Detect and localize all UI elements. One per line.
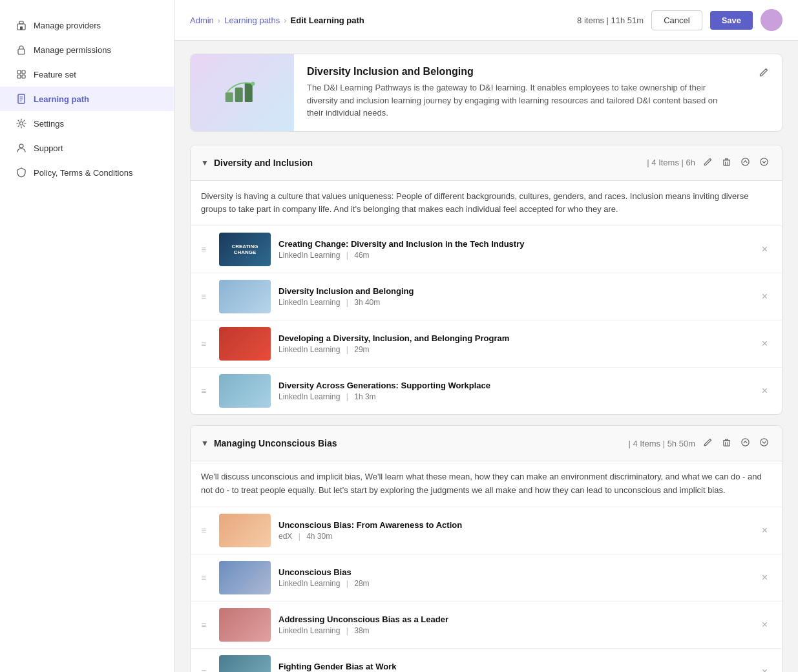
section-description: Diversity is having a culture that value… — [191, 181, 782, 227]
sidebar-item-manage-permissions[interactable]: Manage permissions — [0, 37, 174, 62]
course-item-creating-change: ≡ CREATING CHANGE Creating Change: Diver… — [191, 226, 782, 273]
sidebar-item-label: Policy, Terms & Conditions — [34, 168, 132, 178]
sidebar-item-feature-set[interactable]: Feature set — [0, 62, 174, 87]
course-info: Creating Change: Diversity and Inclusion… — [278, 239, 750, 260]
sidebar-item-label: Learning path — [34, 94, 89, 104]
course-info: Addressing Unconscious Bias as a Leader … — [278, 614, 750, 635]
section-toggle[interactable]: ▼ — [201, 439, 209, 448]
course-provider: LinkedIn Learning — [278, 579, 340, 588]
shield-icon — [16, 167, 27, 178]
drag-handle[interactable]: ≡ — [201, 667, 211, 672]
course-provider: LinkedIn Learning — [278, 251, 340, 260]
breadcrumb-learning-paths[interactable]: Learning paths — [224, 16, 280, 25]
svg-rect-11 — [226, 92, 233, 102]
course-title: Diversity Inclusion and Belonging — [278, 286, 750, 296]
sidebar-item-policy[interactable]: Policy, Terms & Conditions — [0, 160, 174, 185]
section-description: We'll discuss unconscious and implicit b… — [191, 461, 782, 507]
section-delete-button[interactable] — [719, 435, 734, 452]
course-meta: edX | 4h 30m — [278, 532, 750, 541]
course-thumbnail — [219, 655, 271, 672]
course-remove-button[interactable]: × — [758, 242, 772, 257]
app-shell: Manage providers Manage permissions Feat… — [0, 0, 798, 672]
course-title: Unconscious Bias — [278, 567, 750, 577]
course-thumbnail — [219, 514, 271, 547]
meta-separator: | — [299, 532, 300, 541]
breadcrumb: Admin › Learning paths › Edit Learning p… — [190, 16, 364, 25]
section-move-up-button[interactable] — [738, 435, 753, 452]
course-title: Creating Change: Diversity and Inclusion… — [278, 239, 750, 249]
course-thumbnail — [219, 327, 271, 361]
course-duration: 1h 3m — [354, 392, 375, 401]
sections-container: ▼ Diversity and Inclusion | 4 Items | 6h… — [190, 145, 782, 673]
course-item-fighting-gender: ≡ Fighting Gender Bias at Work LinkedIn … — [191, 649, 782, 672]
sidebar-item-label: Manage permissions — [34, 45, 111, 55]
section-delete-button[interactable] — [719, 154, 734, 171]
meta-separator: | — [346, 251, 348, 260]
course-remove-button[interactable]: × — [758, 523, 772, 538]
drag-handle[interactable]: ≡ — [201, 339, 211, 349]
drag-handle[interactable]: ≡ — [201, 525, 211, 536]
course-remove-button[interactable]: × — [758, 665, 772, 672]
course-duration: 28m — [354, 579, 369, 588]
lock-icon — [16, 44, 27, 56]
gear-icon — [16, 118, 27, 129]
drag-handle[interactable]: ≡ — [201, 572, 211, 583]
svg-point-17 — [761, 158, 768, 165]
section-edit-button[interactable] — [700, 435, 715, 452]
section-move-up-button[interactable] — [738, 154, 753, 171]
items-info: 8 items | 11h 51m — [577, 16, 644, 25]
avatar — [761, 9, 782, 31]
svg-rect-18 — [724, 441, 730, 446]
drag-handle[interactable]: ≡ — [201, 244, 211, 255]
course-remove-button[interactable]: × — [758, 337, 772, 351]
breadcrumb-admin[interactable]: Admin — [190, 16, 214, 25]
course-duration: 29m — [354, 345, 369, 354]
course-meta: LinkedIn Learning | 46m — [278, 251, 750, 260]
breadcrumb-sep-2: › — [284, 16, 286, 25]
hero-edit-button[interactable] — [756, 65, 772, 82]
course-remove-button[interactable]: × — [758, 571, 772, 585]
course-info: Unconscious Bias: From Awareness to Acti… — [278, 520, 750, 541]
svg-rect-6 — [17, 75, 21, 78]
section-toggle[interactable]: ▼ — [201, 158, 209, 167]
sidebar-item-support[interactable]: Support — [0, 136, 174, 160]
course-item-developing: ≡ Developing a Diversity, Inclusion, and… — [191, 320, 782, 368]
course-meta: LinkedIn Learning | 3h 40m — [278, 298, 750, 307]
course-meta: LinkedIn Learning | 29m — [278, 345, 750, 354]
course-title: Addressing Unconscious Bias as a Leader — [278, 614, 750, 624]
meta-separator: | — [346, 345, 348, 354]
sidebar-item-learning-path[interactable]: Learning path — [0, 87, 174, 111]
course-remove-button[interactable]: × — [758, 289, 772, 304]
course-remove-button[interactable]: × — [758, 618, 772, 632]
course-thumbnail — [219, 374, 271, 408]
course-item-addressing-bias: ≡ Addressing Unconscious Bias as a Leade… — [191, 602, 782, 649]
sidebar-item-label: Manage providers — [34, 21, 101, 30]
course-duration: 3h 40m — [354, 298, 380, 307]
section-move-down-button[interactable] — [757, 435, 772, 452]
section-meta: | 4 Items | 6h — [647, 158, 695, 167]
sidebar-item-label: Settings — [34, 119, 64, 129]
drag-handle[interactable]: ≡ — [201, 620, 211, 630]
save-button[interactable]: Save — [710, 11, 753, 30]
breadcrumb-sep-1: › — [218, 16, 220, 25]
svg-rect-3 — [18, 49, 25, 54]
section-managing-unconscious-bias: ▼ Managing Unconscious Bias | 4 Items | … — [190, 425, 782, 672]
meta-separator: | — [346, 579, 348, 588]
svg-rect-1 — [19, 21, 23, 24]
drag-handle[interactable]: ≡ — [201, 386, 211, 396]
cancel-button[interactable]: Cancel — [651, 10, 702, 30]
section-move-down-button[interactable] — [757, 154, 772, 171]
section-edit-button[interactable] — [700, 154, 715, 171]
course-title: Unconscious Bias: From Awareness to Acti… — [278, 520, 750, 530]
grid-icon — [16, 68, 27, 80]
sidebar-item-manage-providers[interactable]: Manage providers — [0, 13, 174, 37]
svg-rect-13 — [245, 83, 253, 102]
meta-separator: | — [346, 392, 348, 401]
sidebar-item-settings[interactable]: Settings — [0, 111, 174, 136]
course-remove-button[interactable]: × — [758, 384, 772, 398]
hero-title: Diversity Inclusion and Belonging — [307, 66, 733, 78]
svg-point-10 — [19, 144, 23, 148]
drag-handle[interactable]: ≡ — [201, 291, 211, 302]
svg-rect-15 — [724, 160, 730, 165]
hero-description: The D&I Learning Pathways is the gateway… — [307, 81, 733, 120]
